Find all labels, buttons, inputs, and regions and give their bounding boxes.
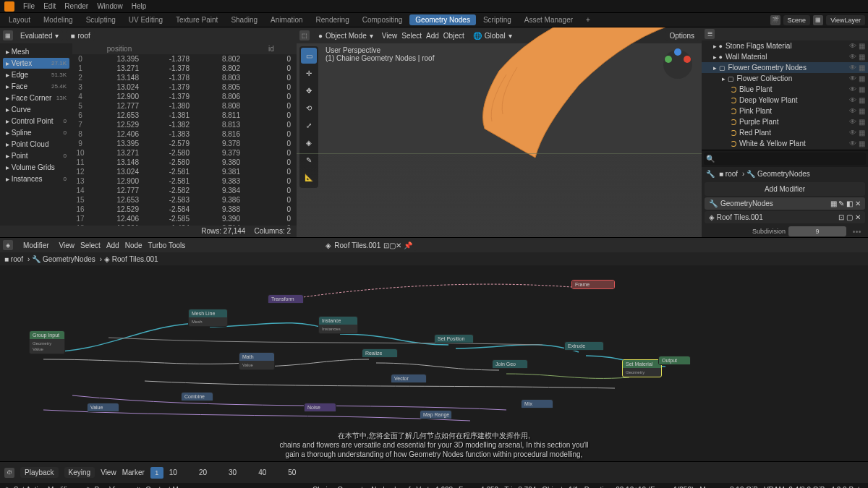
ne-view[interactable]: View (59, 241, 75, 249)
tab-geonodes[interactable]: Geometry Nodes (409, 14, 476, 25)
scale-tool[interactable]: ⤢ (301, 117, 317, 133)
node-frame-yellow[interactable]: Set MaterialGeometry (622, 359, 662, 377)
table-row[interactable]: 013.395-1.3788.8020 (72, 54, 297, 64)
tl-playback[interactable]: Playback (20, 467, 59, 478)
table-row[interactable]: 512.777-1.3808.8080 (72, 101, 297, 111)
move-tool[interactable]: ✥ (301, 82, 317, 98)
ne-select[interactable]: Select (80, 241, 101, 249)
node-math[interactable]: MathValue (239, 352, 275, 370)
menu-render[interactable]: Render (64, 2, 88, 10)
node-combine[interactable]: Combine (181, 392, 213, 401)
tl-marker[interactable]: Marker (122, 468, 145, 476)
tab-shading[interactable]: Shading (225, 14, 263, 25)
node-transform[interactable]: Transform (268, 294, 304, 304)
ss-domain-vertex[interactable]: ▸ Vertex27.1K (3, 58, 69, 69)
eval-dropdown[interactable]: Evaluated ▾ (16, 30, 63, 41)
node-group-output[interactable]: Output (658, 356, 691, 365)
nav-gizmo[interactable] (660, 46, 696, 82)
ss-domain-face-corner[interactable]: ▸ Face Corner13K (3, 93, 69, 103)
node-editor[interactable]: ◈ Modifier View Select Add Node Turbo To… (0, 237, 868, 461)
vp-view[interactable]: View (382, 32, 398, 40)
outliner-item[interactable]: Deep Yellow Plant👁 ▦ (702, 95, 868, 106)
select-tool[interactable]: ▭ (301, 48, 317, 64)
menu-window[interactable]: Window (97, 2, 123, 10)
outliner-icon[interactable]: ☰ (705, 29, 715, 39)
tab-uv[interactable]: UV Editing (123, 14, 169, 25)
vp-add[interactable]: Add (426, 32, 439, 40)
ss-domain-edge[interactable]: ▸ Edge51.3K (3, 69, 69, 80)
viewlayer-field[interactable]: ViewLayer (826, 15, 865, 25)
table-row[interactable]: 1712.406-2.5859.3900 (72, 214, 297, 223)
table-row[interactable]: 213.148-1.3788.8030 (72, 73, 297, 82)
table-row[interactable]: 612.653-1.3818.8110 (72, 111, 297, 120)
table-row[interactable]: 913.395-2.5799.3780 (72, 139, 297, 148)
ss-domain-spline[interactable]: ▸ Spline0 (3, 127, 69, 138)
node-mix[interactable]: Mix (521, 399, 553, 408)
mode-dropdown[interactable]: ● Object Mode ▾ (314, 30, 378, 41)
outliner-item[interactable]: Blue Plant👁 ▦ (702, 84, 868, 95)
table-row[interactable]: 1312.900-2.5819.3830 (72, 176, 297, 186)
outliner-item[interactable]: Purple Plant👁 ▦ (702, 116, 868, 127)
node-instance[interactable]: InstanceInstances (318, 316, 358, 334)
cursor-tool[interactable]: ✛ (301, 65, 317, 81)
tab-layout[interactable]: Layout (3, 14, 36, 25)
table-row[interactable]: 313.024-1.3798.8050 (72, 82, 297, 92)
node-vector[interactable]: Vector (391, 374, 427, 383)
menu-help[interactable]: Help (132, 2, 147, 10)
scene-field[interactable]: Scene (783, 15, 811, 25)
menu-file[interactable]: File (23, 2, 35, 10)
table-row[interactable]: 1612.529-2.5849.3880 (72, 205, 297, 214)
rotate-tool[interactable]: ⟲ (301, 100, 317, 116)
node-group-input[interactable]: Group InputGeometryValue (29, 330, 65, 354)
vp-select[interactable]: Select (401, 32, 422, 40)
table-row[interactable]: 1213.024-2.5819.3810 (72, 167, 297, 176)
timeline[interactable]: ⏱ Playback Keying View Marker 1 10 20 30… (0, 461, 868, 483)
ne-node[interactable]: Node (125, 241, 142, 249)
3d-viewport[interactable]: ⬚ ● Object Mode ▾ View Select Add Object… (297, 27, 702, 237)
current-frame[interactable]: 1 (150, 467, 163, 479)
node-extrude[interactable]: Extrude (564, 341, 604, 351)
ss-domain-control-point[interactable]: ▸ Control Point0 (3, 116, 69, 127)
node-frame-red[interactable]: Frame (571, 280, 615, 289)
tab-assetmgr[interactable]: Asset Manager (519, 14, 579, 25)
table-row[interactable]: 1512.653-2.5839.3860 (72, 195, 297, 205)
nodegroup-field[interactable]: ◈ Roof Tiles.001 ⊡ ▢ ✕ (705, 211, 865, 223)
ss-domain-volume-grids[interactable]: ▸ Volume Grids (3, 162, 69, 173)
ss-domain-instances[interactable]: ▸ Instances0 (3, 174, 69, 184)
modifier-header[interactable]: 🔧GeometryNodes ▦ ✎ ◧ ✕ (705, 197, 865, 210)
tab-scripting[interactable]: Scripting (477, 14, 517, 25)
outliner-item[interactable]: Red Plant👁 ▦ (702, 127, 868, 138)
node-setpos[interactable]: Set Position (434, 334, 474, 343)
tab-compositing[interactable]: Compositing (357, 14, 409, 25)
table-row[interactable]: 712.529-1.3828.8130 (72, 120, 297, 129)
table-row[interactable]: 412.900-1.3798.8060 (72, 92, 297, 101)
tab-texpaint[interactable]: Texture Paint (170, 14, 224, 25)
outliner-item[interactable]: Pink Plant👁 ▦ (702, 106, 868, 116)
table-row[interactable]: 812.406-1.3838.8160 (72, 129, 297, 139)
tab-modeling[interactable]: Modeling (38, 14, 79, 25)
menu-edit[interactable]: Edit (43, 2, 56, 10)
table-row[interactable]: 1013.271-2.5809.3790 (72, 148, 297, 158)
add-modifier-button[interactable]: Add Modifier (705, 182, 865, 196)
editor-type-icon[interactable]: ⬚ (299, 30, 310, 40)
outliner-item[interactable]: White & Yellow Plant👁 ▦ (702, 138, 868, 149)
transform-tool[interactable]: ◈ (301, 134, 317, 150)
prop-field[interactable]: 9 (788, 226, 846, 236)
outliner-item[interactable]: ▸ ▢ Flower Geometry Nodes👁 ▦ (702, 62, 868, 73)
tab-animation[interactable]: Animation (265, 14, 308, 25)
node-value1[interactable]: Value (87, 403, 119, 412)
node-realize[interactable]: Realize (362, 348, 398, 358)
tab-rendering[interactable]: Rendering (310, 14, 355, 25)
node-join[interactable]: Join Geo (492, 359, 528, 369)
spreadsheet-icon[interactable]: ▦ (3, 30, 13, 40)
ss-domain-face[interactable]: ▸ Face25.4K (3, 81, 69, 92)
node-noise[interactable]: Noise (304, 403, 336, 412)
nodeeditor-icon[interactable]: ◈ (3, 240, 13, 250)
table-row[interactable]: 1412.777-2.5829.3840 (72, 186, 297, 195)
nodegroup-selector[interactable]: ◈ Roof Tiles.001 ⊡▢✕ 📌 (321, 240, 417, 251)
ne-turbo[interactable]: Turbo Tools (148, 241, 186, 249)
ss-domain-curve[interactable]: ▸ Curve (3, 104, 69, 115)
ss-domain-point[interactable]: ▸ Point0 (3, 150, 69, 161)
search-input[interactable] (704, 153, 866, 165)
ne-add[interactable]: Add (106, 241, 119, 249)
